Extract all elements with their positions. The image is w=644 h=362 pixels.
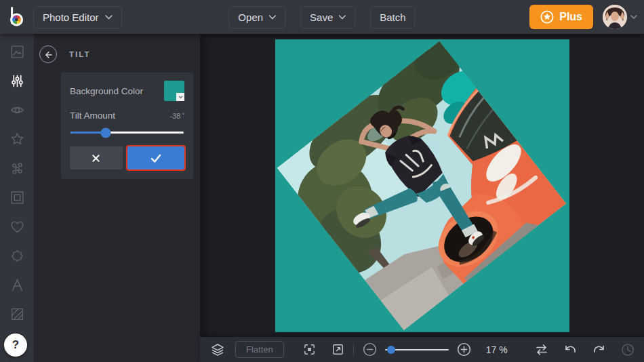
overlays-heart-icon[interactable]	[8, 218, 26, 235]
flatten-label: Flatten	[246, 344, 273, 355]
graphics-shapes-icon[interactable]	[8, 159, 26, 177]
background-color-swatch[interactable]	[164, 81, 184, 101]
fit-to-screen-icon[interactable]	[302, 342, 317, 357]
star-badge-icon	[540, 10, 554, 24]
tilted-photo-layer[interactable]	[277, 41, 567, 331]
toolbar-divider	[353, 344, 354, 356]
zoom-level-display[interactable]: 17 %	[486, 344, 517, 355]
touchup-eye-icon[interactable]	[8, 101, 26, 119]
history-icon[interactable]	[620, 342, 635, 357]
text-icon[interactable]	[8, 276, 26, 294]
editing-canvas[interactable]	[200, 34, 644, 337]
layers-icon[interactable]	[210, 342, 225, 357]
help-button[interactable]: ?	[4, 334, 27, 357]
left-toolbar	[0, 34, 34, 362]
save-label: Save	[310, 12, 333, 23]
redo-icon[interactable]	[591, 342, 607, 357]
open-full-view-icon[interactable]	[331, 342, 345, 357]
plus-upgrade-button[interactable]: Plus	[529, 5, 593, 29]
apply-button[interactable]	[127, 146, 184, 169]
swatch-dropdown-corner	[176, 93, 184, 101]
tilt-amount-label: Tilt Amount	[70, 110, 115, 121]
tilt-panel: TILT Background Color Tilt Amount -38°	[34, 34, 200, 362]
zoom-in-button[interactable]	[456, 342, 472, 357]
effects-star-icon[interactable]	[8, 130, 26, 148]
app-menu-dropdown[interactable]: Photo Editor	[33, 6, 122, 28]
chevron-down-icon	[630, 15, 637, 19]
zoom-slider[interactable]	[385, 345, 449, 355]
cancel-button[interactable]	[70, 146, 123, 169]
slider-thumb[interactable]	[100, 127, 110, 138]
chevron-down-icon	[105, 15, 113, 20]
zoom-out-button[interactable]	[362, 342, 378, 357]
app-menu-label: Photo Editor	[43, 12, 99, 23]
top-bar: Photo Editor Open Save Batch	[0, 0, 644, 34]
batch-label: Batch	[380, 12, 405, 23]
degree-unit: °	[182, 112, 184, 119]
flatten-button[interactable]: Flatten	[235, 341, 284, 358]
open-label: Open	[238, 12, 263, 23]
chevron-down-icon	[268, 15, 276, 20]
befunky-logo-icon[interactable]	[6, 5, 28, 28]
tilt-amount-value: -38°	[169, 112, 184, 120]
account-menu[interactable]	[603, 5, 637, 29]
batch-button[interactable]: Batch	[370, 6, 415, 28]
help-label: ?	[12, 338, 19, 352]
photo-editor-app: Photo Editor Open Save Batch	[0, 0, 644, 362]
chevron-down-icon	[338, 15, 346, 20]
bottom-toolbar: Flatten	[200, 337, 644, 362]
compare-icon[interactable]	[534, 342, 550, 357]
stickers-badge-icon[interactable]	[8, 247, 26, 264]
apply-check-icon	[149, 153, 163, 164]
undo-icon[interactable]	[563, 342, 578, 357]
tilt-settings-card: Background Color Tilt Amount -38°	[61, 73, 193, 179]
zoom-slider-thumb[interactable]	[387, 346, 395, 354]
plus-label: Plus	[559, 11, 582, 23]
background-color-label: Background Color	[70, 86, 143, 96]
user-avatar	[603, 5, 627, 29]
open-dropdown[interactable]: Open	[228, 6, 285, 28]
adjustments-sliders-icon[interactable]	[8, 72, 26, 89]
tilt-amount-slider[interactable]	[71, 127, 184, 138]
save-dropdown[interactable]: Save	[300, 6, 355, 28]
panel-title: TILT	[69, 50, 90, 58]
back-button[interactable]	[39, 45, 57, 63]
image-background[interactable]	[275, 39, 569, 332]
edit-image-icon[interactable]	[8, 43, 26, 60]
cancel-x-icon	[90, 153, 102, 164]
textures-icon[interactable]	[8, 305, 26, 323]
frames-icon[interactable]	[8, 188, 26, 206]
